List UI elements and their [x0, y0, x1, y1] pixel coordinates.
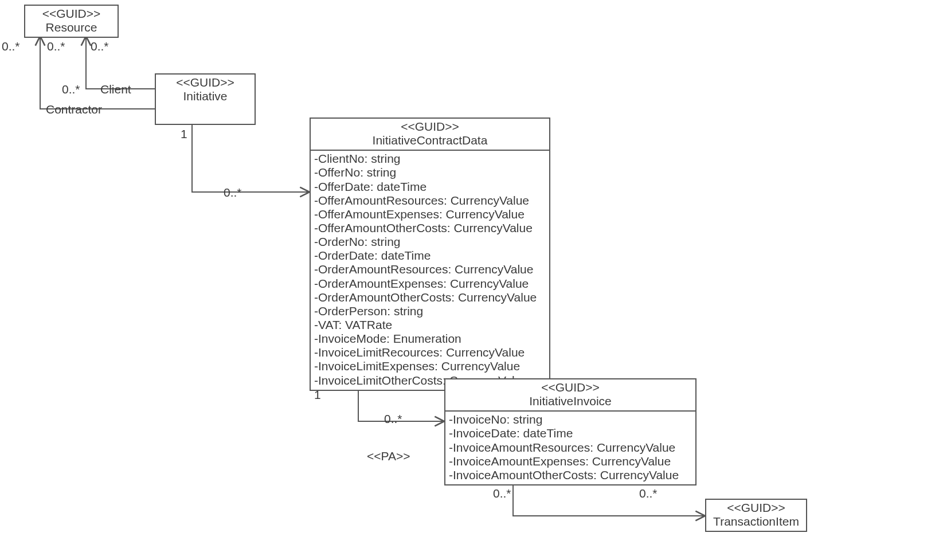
attr: -OrderNo: string	[314, 235, 546, 249]
multiplicity: 1	[314, 389, 321, 401]
attr: -OfferNo: string	[314, 166, 546, 179]
class-initiative: <<GUID>> Initiative	[155, 73, 256, 125]
multiplicity: 0..*	[91, 40, 109, 52]
attr: -InvoiceAmountOtherCosts: CurrencyValue	[449, 468, 692, 482]
stereotype-label: <<PA>>	[367, 450, 410, 462]
class-name: Resource	[29, 21, 114, 34]
class-name: TransactionItem	[710, 515, 803, 528]
attributes: -ClientNo: string -OfferNo: string -Offe…	[311, 151, 549, 389]
attr: -OrderAmountResources: CurrencyValue	[314, 263, 546, 276]
class-name: InitiativeInvoice	[449, 394, 692, 408]
multiplicity: 1	[181, 128, 187, 140]
multiplicity: 0..*	[224, 186, 242, 198]
class-transaction-item: <<GUID>> TransactionItem	[705, 499, 807, 532]
multiplicity: 0..*	[384, 413, 402, 425]
multiplicity: 0..*	[639, 487, 658, 499]
class-name: InitiativeContractData	[314, 134, 546, 147]
attr: -OfferAmountResources: CurrencyValue	[314, 194, 546, 207]
stereotype: <<GUID>>	[314, 120, 546, 134]
attr: -InvoiceLimitExpenses: CurrencyValue	[314, 359, 546, 373]
role-label: Client	[100, 83, 131, 95]
attr: -OrderDate: dateTime	[314, 249, 546, 263]
role-label: Contractor	[46, 103, 102, 115]
attr: -ClientNo: string	[314, 152, 546, 166]
attr: -InvoiceAmountExpenses: CurrencyValue	[449, 455, 692, 468]
attr: -OfferAmountOtherCosts: CurrencyValue	[314, 221, 546, 235]
attr: -InvoiceNo: string	[449, 413, 692, 426]
attributes: -InvoiceNo: string -InvoiceDate: dateTim…	[445, 412, 695, 484]
assoc-invoice-transactionitem	[513, 481, 705, 516]
stereotype: <<GUID>>	[159, 76, 251, 89]
attr: -InvoiceDate: dateTime	[449, 426, 692, 440]
attr: -OfferAmountExpenses: CurrencyValue	[314, 207, 546, 221]
multiplicity: 0..*	[493, 487, 511, 499]
attr: -OfferDate: dateTime	[314, 180, 546, 194]
stereotype: <<GUID>>	[449, 381, 692, 394]
attr: -VAT: VATRate	[314, 318, 546, 332]
assoc-initiative-contractdata	[192, 125, 310, 192]
attr: -OrderAmountExpenses: CurrencyValue	[314, 277, 546, 291]
multiplicity: 0..*	[62, 83, 80, 95]
stereotype: <<GUID>>	[710, 501, 803, 515]
stereotype: <<GUID>>	[29, 7, 114, 21]
attr: -InvoiceLimitRecources: CurrencyValue	[314, 346, 546, 359]
attr: -InvoiceAmountResources: CurrencyValue	[449, 441, 692, 455]
attr: -OrderPerson: string	[314, 304, 546, 318]
attr: -InvoiceMode: Enumeration	[314, 332, 546, 346]
uml-diagram: <<GUID>> Resource <<GUID>> Initiative <<…	[0, 0, 943, 560]
class-name: Initiative	[159, 89, 251, 103]
class-initiative-contract-data: <<GUID>> InitiativeContractData -ClientN…	[310, 118, 550, 391]
attr: -OrderAmountOtherCosts: CurrencyValue	[314, 291, 546, 304]
class-initiative-invoice: <<GUID>> InitiativeInvoice -InvoiceNo: s…	[444, 378, 697, 485]
class-resource: <<GUID>> Resource	[24, 5, 119, 38]
multiplicity: 0..*	[47, 40, 65, 52]
multiplicity: 0..*	[2, 40, 20, 52]
